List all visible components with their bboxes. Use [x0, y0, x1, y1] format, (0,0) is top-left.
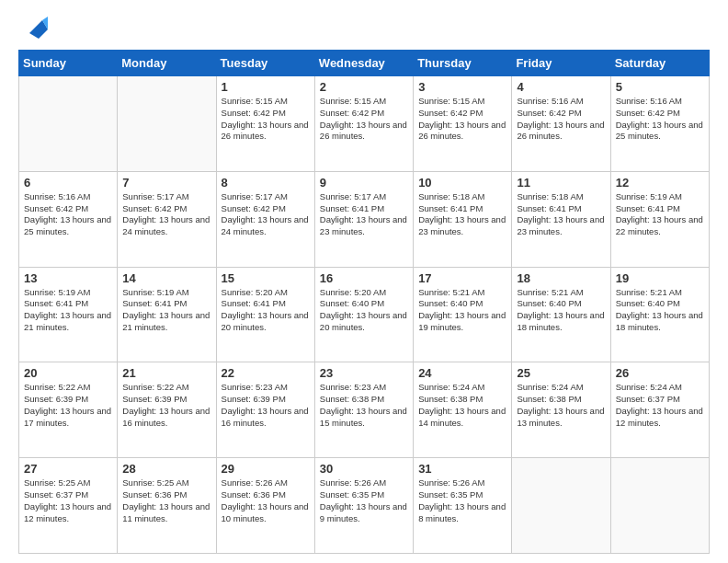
calendar-week-2: 6Sunrise: 5:16 AMSunset: 6:42 PMDaylight… [19, 171, 710, 267]
sunset-text: Sunset: 6:41 PM [24, 298, 112, 310]
sunrise-text: Sunrise: 5:23 AM [320, 382, 408, 394]
day-number: 15 [222, 271, 310, 285]
sunset-text: Sunset: 6:40 PM [320, 298, 408, 310]
calendar-cell: 12Sunrise: 5:19 AMSunset: 6:41 PMDayligh… [610, 171, 709, 267]
day-number: 1 [222, 80, 310, 94]
sunrise-text: Sunrise: 5:17 AM [320, 191, 408, 203]
daylight-text: Daylight: 13 hours and 19 minutes. [418, 310, 506, 334]
cell-info: Sunrise: 5:18 AMSunset: 6:41 PMDaylight:… [418, 191, 506, 238]
sunrise-text: Sunrise: 5:25 AM [24, 477, 112, 489]
daylight-text: Daylight: 13 hours and 14 minutes. [418, 406, 506, 430]
calendar-cell: 24Sunrise: 5:24 AMSunset: 6:38 PMDayligh… [414, 362, 512, 458]
daylight-text: Daylight: 13 hours and 12 minutes. [24, 501, 112, 525]
sunset-text: Sunset: 6:37 PM [24, 489, 112, 501]
day-number: 30 [320, 462, 408, 476]
sunrise-text: Sunrise: 5:22 AM [122, 382, 210, 394]
cell-info: Sunrise: 5:17 AMSunset: 6:41 PMDaylight:… [320, 191, 408, 238]
sunset-text: Sunset: 6:37 PM [616, 394, 704, 406]
day-number: 10 [418, 176, 506, 190]
cell-info: Sunrise: 5:19 AMSunset: 6:41 PMDaylight:… [122, 287, 210, 334]
cell-info: Sunrise: 5:22 AMSunset: 6:39 PMDaylight:… [24, 382, 112, 429]
cell-info: Sunrise: 5:25 AMSunset: 6:37 PMDaylight:… [24, 477, 112, 524]
sunrise-text: Sunrise: 5:17 AM [122, 191, 210, 203]
calendar-cell: 16Sunrise: 5:20 AMSunset: 6:40 PMDayligh… [314, 267, 413, 362]
calendar-cell: 11Sunrise: 5:18 AMSunset: 6:41 PMDayligh… [512, 171, 610, 267]
calendar-cell: 6Sunrise: 5:16 AMSunset: 6:42 PMDaylight… [19, 171, 118, 267]
sunrise-text: Sunrise: 5:24 AM [517, 382, 605, 394]
cell-info: Sunrise: 5:23 AMSunset: 6:39 PMDaylight:… [222, 382, 310, 429]
daylight-text: Daylight: 13 hours and 13 minutes. [517, 406, 605, 430]
calendar-header-thursday: Thursday [414, 51, 512, 76]
cell-info: Sunrise: 5:15 AMSunset: 6:42 PMDaylight:… [418, 96, 506, 143]
sunset-text: Sunset: 6:38 PM [517, 394, 605, 406]
calendar-cell: 30Sunrise: 5:26 AMSunset: 6:35 PMDayligh… [314, 458, 413, 554]
calendar-header-monday: Monday [118, 51, 216, 76]
sunrise-text: Sunrise: 5:17 AM [222, 191, 310, 203]
day-number: 8 [222, 176, 310, 190]
calendar-cell: 13Sunrise: 5:19 AMSunset: 6:41 PMDayligh… [19, 267, 118, 362]
sunset-text: Sunset: 6:39 PM [24, 394, 112, 406]
day-number: 9 [320, 176, 408, 190]
cell-info: Sunrise: 5:20 AMSunset: 6:41 PMDaylight:… [222, 287, 310, 334]
daylight-text: Daylight: 13 hours and 25 minutes. [24, 214, 112, 238]
daylight-text: Daylight: 13 hours and 25 minutes. [616, 120, 704, 144]
daylight-text: Daylight: 13 hours and 26 minutes. [418, 120, 506, 144]
daylight-text: Daylight: 13 hours and 17 minutes. [24, 406, 112, 430]
sunrise-text: Sunrise: 5:15 AM [320, 96, 408, 108]
cell-info: Sunrise: 5:16 AMSunset: 6:42 PMDaylight:… [616, 96, 704, 143]
sunset-text: Sunset: 6:41 PM [222, 298, 310, 310]
daylight-text: Daylight: 13 hours and 23 minutes. [320, 214, 408, 238]
cell-info: Sunrise: 5:24 AMSunset: 6:38 PMDaylight:… [517, 382, 605, 429]
daylight-text: Daylight: 13 hours and 11 minutes. [122, 501, 210, 525]
cell-info: Sunrise: 5:16 AMSunset: 6:42 PMDaylight:… [517, 96, 605, 143]
sunset-text: Sunset: 6:36 PM [122, 489, 210, 501]
calendar-header-tuesday: Tuesday [216, 51, 314, 76]
header [18, 17, 710, 40]
calendar-cell: 19Sunrise: 5:21 AMSunset: 6:40 PMDayligh… [610, 267, 709, 362]
sunset-text: Sunset: 6:35 PM [320, 489, 408, 501]
calendar-cell: 27Sunrise: 5:25 AMSunset: 6:37 PMDayligh… [19, 458, 118, 554]
sunrise-text: Sunrise: 5:24 AM [418, 382, 506, 394]
logo [18, 17, 50, 40]
day-number: 6 [24, 176, 112, 190]
cell-info: Sunrise: 5:24 AMSunset: 6:38 PMDaylight:… [418, 382, 506, 429]
daylight-text: Daylight: 13 hours and 16 minutes. [122, 406, 210, 430]
sunrise-text: Sunrise: 5:23 AM [222, 382, 310, 394]
cell-info: Sunrise: 5:21 AMSunset: 6:40 PMDaylight:… [517, 287, 605, 334]
daylight-text: Daylight: 13 hours and 8 minutes. [418, 501, 506, 525]
sunset-text: Sunset: 6:42 PM [320, 108, 408, 120]
calendar-table: SundayMondayTuesdayWednesdayThursdayFrid… [18, 50, 710, 554]
calendar-cell: 14Sunrise: 5:19 AMSunset: 6:41 PMDayligh… [118, 267, 216, 362]
daylight-text: Daylight: 13 hours and 18 minutes. [517, 310, 605, 334]
day-number: 3 [418, 80, 506, 94]
sunrise-text: Sunrise: 5:26 AM [418, 477, 506, 489]
day-number: 11 [517, 176, 605, 190]
sunrise-text: Sunrise: 5:15 AM [418, 96, 506, 108]
calendar-cell: 25Sunrise: 5:24 AMSunset: 6:38 PMDayligh… [512, 362, 610, 458]
cell-info: Sunrise: 5:15 AMSunset: 6:42 PMDaylight:… [222, 96, 310, 143]
calendar-week-5: 27Sunrise: 5:25 AMSunset: 6:37 PMDayligh… [19, 458, 710, 554]
daylight-text: Daylight: 13 hours and 18 minutes. [616, 310, 704, 334]
sunset-text: Sunset: 6:41 PM [122, 298, 210, 310]
daylight-text: Daylight: 13 hours and 23 minutes. [418, 214, 506, 238]
day-number: 4 [517, 80, 605, 94]
sunset-text: Sunset: 6:35 PM [418, 489, 506, 501]
sunset-text: Sunset: 6:40 PM [616, 298, 704, 310]
sunset-text: Sunset: 6:39 PM [122, 394, 210, 406]
sunset-text: Sunset: 6:40 PM [418, 298, 506, 310]
day-number: 27 [24, 462, 112, 476]
cell-info: Sunrise: 5:19 AMSunset: 6:41 PMDaylight:… [616, 191, 704, 238]
cell-info: Sunrise: 5:26 AMSunset: 6:36 PMDaylight:… [222, 477, 310, 524]
sunset-text: Sunset: 6:36 PM [222, 489, 310, 501]
calendar-cell [610, 458, 709, 554]
day-number: 18 [517, 271, 605, 285]
sunset-text: Sunset: 6:40 PM [517, 298, 605, 310]
sunrise-text: Sunrise: 5:25 AM [122, 477, 210, 489]
calendar-header-saturday: Saturday [610, 51, 709, 76]
calendar-week-1: 1Sunrise: 5:15 AMSunset: 6:42 PMDaylight… [19, 76, 710, 172]
cell-info: Sunrise: 5:26 AMSunset: 6:35 PMDaylight:… [320, 477, 408, 524]
day-number: 31 [418, 462, 506, 476]
day-number: 2 [320, 80, 408, 94]
cell-info: Sunrise: 5:21 AMSunset: 6:40 PMDaylight:… [418, 287, 506, 334]
calendar-cell [118, 76, 216, 172]
